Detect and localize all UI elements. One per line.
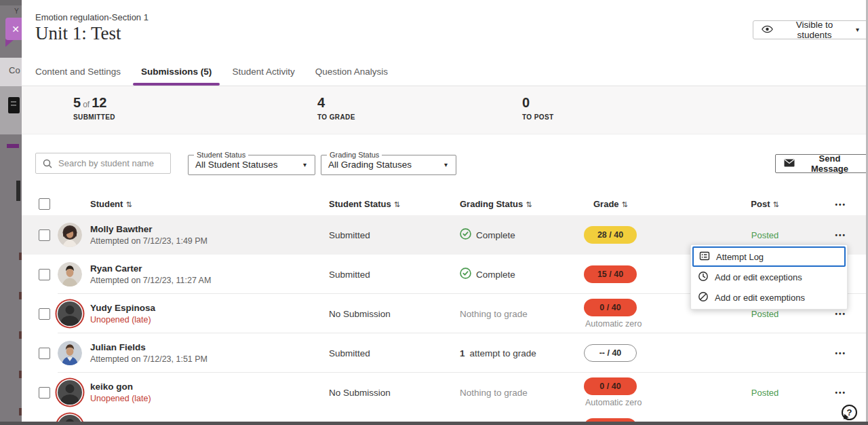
background-tabbar-sliver: Co [0,58,22,86]
post-status[interactable]: Posted [695,230,817,240]
chevron-down-icon: ▾ [303,162,307,168]
background-dark-mark [16,181,20,201]
stat-label: SUBMITTED [73,113,115,121]
tab-bar: Content and Settings Submissions (5) Stu… [22,58,868,86]
sort-icon: ⇅ [125,200,132,208]
select-all-checkbox[interactable] [39,198,50,210]
student-status: No Submission [329,309,460,319]
chevron-down-icon: ▾ [444,162,448,168]
page-title: Unit 1: Test [35,23,121,44]
row-menu-button[interactable]: ••• [833,349,848,358]
visibility-label: Visible to students [778,20,850,40]
send-message-label: Send Message [800,153,859,174]
attempt-detail: Attempted on 7/12/23, 1:51 PM [90,354,329,364]
search-input[interactable] [57,158,170,169]
visibility-dropdown-button[interactable]: Visible to students ▾ [753,20,868,39]
student-status-filter[interactable]: Student Status All Student Statuses ▾ [188,151,315,175]
attempt-detail: Unopened (late) [90,394,329,403]
header-post[interactable]: Post⇅ [695,199,817,209]
complete-check-icon [460,267,471,281]
background-accent-dash [7,144,19,148]
student-status: Submitted [329,270,460,280]
attempt-detail: Unopened (late) [90,315,329,325]
student-name: Julian Fields [90,342,329,352]
clock-icon [698,271,709,284]
complete-check-icon [460,228,471,242]
menu-item-attempt-log[interactable]: Attempt Log [692,246,846,267]
grading-status-filter[interactable]: Grading Status All Grading Statuses ▾ [321,151,456,175]
eye-icon [762,25,773,35]
close-icon: ✕ [12,24,20,35]
stat-label: TO POST [522,113,554,121]
grading-status-filter-label: Grading Status [327,151,382,159]
grade-note: Automatic zero [585,319,642,329]
avatar [58,262,82,287]
table-row[interactable]: Julian Fields Attempted on 7/12/23, 1:51… [22,333,868,373]
grading-status: Complete [476,230,515,240]
header-grade[interactable]: Grade⇅ [593,199,695,209]
table-row[interactable]: keiko gon Unopened (late) No Submission … [22,373,868,412]
attempt-detail: Attempted on 7/12/23, 1:49 PM [90,236,329,246]
student-name: keiko gon [90,382,329,392]
student-name: Ryan Carter [90,263,329,274]
student-name: Molly Bawther [90,224,329,234]
table-menu-button[interactable]: ••• [833,200,848,210]
envelope-icon [784,159,795,169]
post-status[interactable]: Posted [695,388,817,398]
row-menu-button[interactable]: ••• [833,231,848,240]
background-text-fragment-top: Y [14,7,19,15]
grading-count: 1 [460,348,465,358]
grading-status-filter-value: All Grading Statuses [328,160,412,170]
student-name: Yudy Espinosa [90,303,329,313]
menu-item-add-exemptions[interactable]: Add or edit exemptions [692,287,846,308]
table-header: Student⇅ Student Status⇅ Grading Status⇅… [22,193,868,215]
row-checkbox[interactable] [39,229,50,241]
attempt-detail: Attempted on 7/12/23, 11:27 AM [90,276,329,285]
sort-icon: ⇅ [526,200,532,208]
avatar-default [58,301,82,326]
background-text-fragment: Co [9,65,20,75]
help-button[interactable]: ? [842,405,857,420]
row-context-menu: Attempt Log Add or edit exceptions Add o… [690,244,848,310]
post-status[interactable]: Posted [695,309,817,319]
question-mark-icon: ? [847,407,852,418]
background-book-icon [8,97,20,113]
avatar [58,223,82,247]
student-status-filter-label: Student Status [194,151,248,159]
header-grading-status[interactable]: Grading Status⇅ [460,199,584,209]
header-student[interactable]: Student⇅ [90,199,329,209]
stats-bar: 5of12 SUBMITTED 4 TO GRADE 0 TO POST [22,86,868,134]
row-menu-button[interactable]: ••• [833,310,848,319]
grading-status: Complete [476,270,515,280]
tab-content-and-settings[interactable]: Content and Settings [35,58,121,86]
sort-icon: ⇅ [394,200,400,208]
grade-pill[interactable]: 0 / 40 [584,377,637,395]
row-checkbox[interactable] [39,348,50,359]
tab-question-analysis[interactable]: Question Analysis [315,58,388,86]
send-message-button[interactable]: Send Message [775,154,868,173]
bottom-edge [0,422,868,425]
submissions-page: Co Y ✕ Emotion regulation-Section 1 Unit… [0,0,868,425]
grading-status: Nothing to grade [460,309,528,319]
grade-pill[interactable]: -- / 40 [584,344,637,362]
grade-pill[interactable]: 0 / 40 [584,299,637,316]
attempt-log-icon [699,251,710,263]
grade-pill[interactable]: 28 / 40 [584,226,637,244]
student-status: No Submission [329,388,460,398]
stat-to-post: 0 TO POST [522,95,554,121]
grade-pill[interactable]: 15 / 40 [584,265,637,283]
chevron-down-icon: ▾ [856,26,859,33]
menu-item-add-exceptions[interactable]: Add or edit exceptions [692,267,846,287]
prohibit-icon [698,291,709,304]
search-icon [43,159,52,168]
row-menu-button[interactable]: ••• [833,388,848,398]
row-checkbox[interactable] [39,387,50,399]
stat-to-grade: 4 TO GRADE [317,95,355,121]
row-checkbox[interactable] [39,308,50,320]
student-status: Submitted [329,348,460,358]
avatar-default [58,380,82,405]
row-checkbox[interactable] [39,269,50,280]
tab-submissions[interactable]: Submissions (5) [141,58,212,86]
tab-student-activity[interactable]: Student Activity [232,58,294,86]
header-student-status[interactable]: Student Status⇅ [329,199,460,209]
